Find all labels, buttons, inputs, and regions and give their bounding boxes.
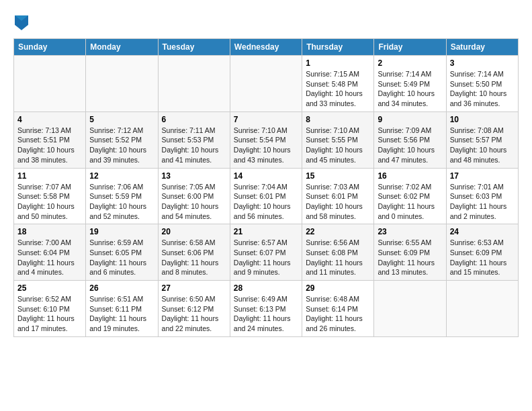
calendar-cell — [446, 281, 518, 337]
cell-sun-info: Sunrise: 6:59 AMSunset: 6:05 PMDaylight:… — [89, 238, 154, 277]
cell-sun-info: Sunrise: 7:11 AMSunset: 5:53 PMDaylight:… — [162, 126, 226, 165]
cell-sun-info: Sunrise: 6:53 AMSunset: 6:09 PMDaylight:… — [450, 238, 515, 277]
calendar-cell: 16Sunrise: 7:02 AMSunset: 6:02 PMDayligh… — [374, 168, 446, 224]
calendar-cell: 25Sunrise: 6:52 AMSunset: 6:10 PMDayligh… — [14, 281, 86, 337]
day-number: 18 — [17, 227, 82, 236]
calendar-cell: 17Sunrise: 7:01 AMSunset: 6:03 PMDayligh… — [446, 168, 518, 224]
calendar-cell: 11Sunrise: 7:07 AMSunset: 5:58 PMDayligh… — [14, 168, 86, 224]
day-number: 22 — [306, 227, 370, 236]
day-of-week-header: Thursday — [302, 39, 374, 56]
day-number: 24 — [450, 227, 515, 236]
day-number: 11 — [17, 171, 82, 181]
cell-sun-info: Sunrise: 7:04 AMSunset: 6:01 PMDaylight:… — [234, 182, 298, 222]
calendar-cell: 8Sunrise: 7:10 AMSunset: 5:55 PMDaylight… — [302, 111, 374, 168]
logo-icon — [15, 15, 28, 30]
calendar-cell — [158, 56, 230, 112]
day-of-week-header: Sunday — [14, 39, 86, 56]
calendar-cell: 3Sunrise: 7:14 AMSunset: 5:50 PMDaylight… — [446, 56, 518, 112]
calendar-cell: 5Sunrise: 7:12 AMSunset: 5:52 PMDaylight… — [86, 111, 158, 168]
day-number: 6 — [162, 115, 226, 124]
calendar-week-row: 18Sunrise: 7:00 AMSunset: 6:04 PMDayligh… — [14, 224, 519, 281]
day-number: 28 — [234, 283, 298, 293]
calendar-cell: 13Sunrise: 7:05 AMSunset: 6:00 PMDayligh… — [158, 168, 230, 224]
day-number: 26 — [89, 283, 154, 293]
day-number: 12 — [89, 171, 154, 181]
cell-sun-info: Sunrise: 7:09 AMSunset: 5:56 PMDaylight:… — [378, 126, 442, 165]
logo — [13, 17, 28, 32]
calendar-cell — [14, 56, 86, 112]
calendar-cell: 24Sunrise: 6:53 AMSunset: 6:09 PMDayligh… — [446, 224, 518, 281]
day-of-week-header: Monday — [86, 39, 158, 56]
cell-sun-info: Sunrise: 6:56 AMSunset: 6:08 PMDaylight:… — [306, 238, 370, 277]
day-number: 4 — [17, 115, 82, 124]
day-of-week-header: Saturday — [446, 39, 518, 56]
day-number: 17 — [450, 171, 515, 181]
cell-sun-info: Sunrise: 7:12 AMSunset: 5:52 PMDaylight:… — [89, 126, 154, 165]
cell-sun-info: Sunrise: 6:57 AMSunset: 6:07 PMDaylight:… — [234, 238, 298, 277]
day-number: 8 — [306, 115, 370, 124]
page-header — [13, 13, 519, 32]
day-number: 27 — [162, 283, 226, 293]
calendar-cell: 26Sunrise: 6:51 AMSunset: 6:11 PMDayligh… — [86, 281, 158, 337]
logo-text — [13, 17, 28, 32]
cell-sun-info: Sunrise: 6:52 AMSunset: 6:10 PMDaylight:… — [17, 294, 82, 334]
calendar-cell: 6Sunrise: 7:11 AMSunset: 5:53 PMDaylight… — [158, 111, 230, 168]
cell-sun-info: Sunrise: 7:13 AMSunset: 5:51 PMDaylight:… — [17, 126, 82, 165]
cell-sun-info: Sunrise: 7:14 AMSunset: 5:50 PMDaylight:… — [450, 69, 515, 109]
cell-sun-info: Sunrise: 7:05 AMSunset: 6:00 PMDaylight:… — [162, 182, 226, 222]
cell-sun-info: Sunrise: 6:58 AMSunset: 6:06 PMDaylight:… — [162, 238, 226, 277]
day-number: 9 — [378, 115, 442, 124]
calendar-cell: 28Sunrise: 6:49 AMSunset: 6:13 PMDayligh… — [230, 281, 302, 337]
day-number: 14 — [234, 171, 298, 181]
calendar-cell: 22Sunrise: 6:56 AMSunset: 6:08 PMDayligh… — [302, 224, 374, 281]
calendar-week-row: 11Sunrise: 7:07 AMSunset: 5:58 PMDayligh… — [14, 168, 519, 224]
calendar-cell: 29Sunrise: 6:48 AMSunset: 6:14 PMDayligh… — [302, 281, 374, 337]
cell-sun-info: Sunrise: 7:10 AMSunset: 5:54 PMDaylight:… — [234, 126, 298, 165]
calendar-cell: 12Sunrise: 7:06 AMSunset: 5:59 PMDayligh… — [86, 168, 158, 224]
cell-sun-info: Sunrise: 7:14 AMSunset: 5:49 PMDaylight:… — [378, 69, 442, 109]
day-number: 23 — [378, 227, 442, 236]
cell-sun-info: Sunrise: 7:08 AMSunset: 5:57 PMDaylight:… — [450, 126, 515, 165]
day-number: 1 — [306, 58, 370, 68]
day-number: 10 — [450, 115, 515, 124]
calendar-cell: 19Sunrise: 6:59 AMSunset: 6:05 PMDayligh… — [86, 224, 158, 281]
calendar-cell: 10Sunrise: 7:08 AMSunset: 5:57 PMDayligh… — [446, 111, 518, 168]
calendar-week-row: 1Sunrise: 7:15 AMSunset: 5:48 PMDaylight… — [14, 56, 519, 112]
day-number: 25 — [17, 283, 82, 293]
cell-sun-info: Sunrise: 6:48 AMSunset: 6:14 PMDaylight:… — [306, 294, 370, 334]
day-of-week-header: Friday — [374, 39, 446, 56]
calendar-week-row: 4Sunrise: 7:13 AMSunset: 5:51 PMDaylight… — [14, 111, 519, 168]
calendar-cell — [230, 56, 302, 112]
day-of-week-header: Wednesday — [230, 39, 302, 56]
cell-sun-info: Sunrise: 7:10 AMSunset: 5:55 PMDaylight:… — [306, 126, 370, 165]
day-number: 13 — [162, 171, 226, 181]
day-number: 29 — [306, 283, 370, 293]
day-number: 2 — [378, 58, 442, 68]
cell-sun-info: Sunrise: 6:49 AMSunset: 6:13 PMDaylight:… — [234, 294, 298, 334]
day-of-week-header: Tuesday — [158, 39, 230, 56]
calendar-cell: 2Sunrise: 7:14 AMSunset: 5:49 PMDaylight… — [374, 56, 446, 112]
cell-sun-info: Sunrise: 7:07 AMSunset: 5:58 PMDaylight:… — [17, 182, 82, 222]
calendar-table: SundayMondayTuesdayWednesdayThursdayFrid… — [13, 38, 519, 337]
day-number: 5 — [89, 115, 154, 124]
cell-sun-info: Sunrise: 7:00 AMSunset: 6:04 PMDaylight:… — [17, 238, 82, 277]
calendar-cell: 9Sunrise: 7:09 AMSunset: 5:56 PMDaylight… — [374, 111, 446, 168]
calendar-header-row: SundayMondayTuesdayWednesdayThursdayFrid… — [14, 39, 519, 56]
calendar-week-row: 25Sunrise: 6:52 AMSunset: 6:10 PMDayligh… — [14, 281, 519, 337]
cell-sun-info: Sunrise: 7:15 AMSunset: 5:48 PMDaylight:… — [306, 69, 370, 109]
cell-sun-info: Sunrise: 7:01 AMSunset: 6:03 PMDaylight:… — [450, 182, 515, 222]
calendar-cell: 14Sunrise: 7:04 AMSunset: 6:01 PMDayligh… — [230, 168, 302, 224]
calendar-cell: 1Sunrise: 7:15 AMSunset: 5:48 PMDaylight… — [302, 56, 374, 112]
day-number: 20 — [162, 227, 226, 236]
cell-sun-info: Sunrise: 7:03 AMSunset: 6:01 PMDaylight:… — [306, 182, 370, 222]
day-number: 16 — [378, 171, 442, 181]
cell-sun-info: Sunrise: 7:02 AMSunset: 6:02 PMDaylight:… — [378, 182, 442, 222]
calendar-cell — [374, 281, 446, 337]
calendar-cell: 18Sunrise: 7:00 AMSunset: 6:04 PMDayligh… — [14, 224, 86, 281]
day-number: 15 — [306, 171, 370, 181]
cell-sun-info: Sunrise: 6:50 AMSunset: 6:12 PMDaylight:… — [162, 294, 226, 334]
calendar-cell: 7Sunrise: 7:10 AMSunset: 5:54 PMDaylight… — [230, 111, 302, 168]
calendar-cell: 4Sunrise: 7:13 AMSunset: 5:51 PMDaylight… — [14, 111, 86, 168]
calendar-cell: 27Sunrise: 6:50 AMSunset: 6:12 PMDayligh… — [158, 281, 230, 337]
calendar-cell: 20Sunrise: 6:58 AMSunset: 6:06 PMDayligh… — [158, 224, 230, 281]
